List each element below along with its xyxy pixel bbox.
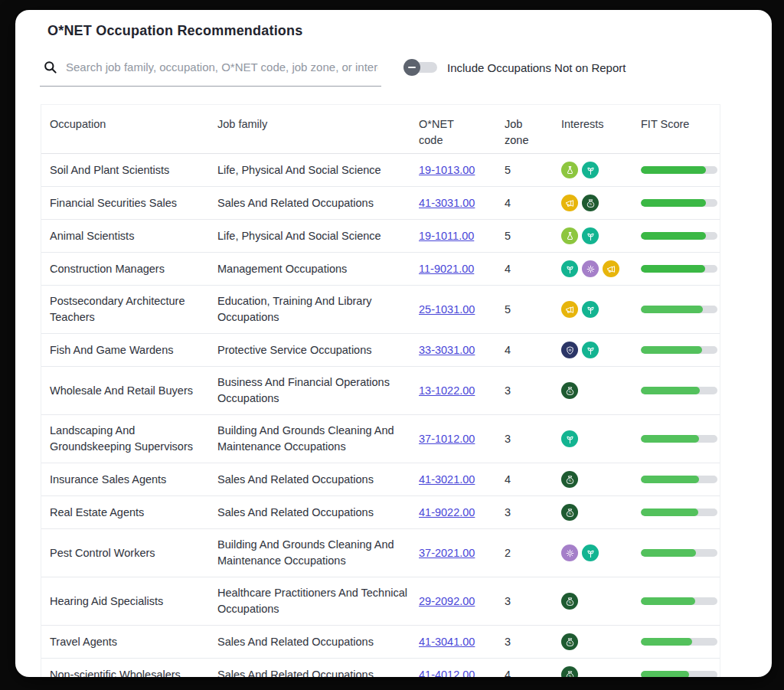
interest-badges: %: [561, 633, 630, 650]
table-row: Construction Managers Management Occupat…: [41, 253, 720, 286]
interest-badges: [561, 301, 630, 318]
toggle-knob-minus-icon: [403, 59, 420, 76]
nature-plant-icon: [582, 162, 599, 178]
table-row: Pest Control Workers Building And Ground…: [41, 529, 720, 577]
interest-badges: %: [561, 593, 630, 610]
occupation-cell: Hearing Aid Specialists: [41, 586, 217, 617]
job-family-cell: Sales And Related Occupations: [217, 188, 419, 219]
job-zone-cell: 4: [505, 188, 561, 219]
fit-score-bar: [641, 306, 717, 313]
fit-score-cell: [641, 338, 721, 361]
job-family-cell: Sales And Related Occupations: [217, 497, 419, 528]
interest-badges: [561, 430, 630, 447]
interests-cell: [561, 537, 641, 569]
table-row: Landscaping And Groundskeeping Superviso…: [41, 415, 720, 463]
occupation-cell: Landscaping And Groundskeeping Superviso…: [41, 415, 217, 463]
search-icon: [43, 60, 57, 74]
toggle-label: Include Occupations Not on Report: [447, 61, 626, 74]
onet-code-link[interactable]: 41-3021.00: [419, 473, 475, 486]
fit-score-bar: [641, 671, 717, 677]
interests-cell: %: [561, 585, 641, 617]
fit-score-bar-fill: [641, 387, 700, 394]
onet-code-cell: 11-9021.00: [419, 253, 505, 285]
include-occupations-toggle[interactable]: [403, 59, 438, 76]
sales-money-bag-icon: %: [582, 195, 599, 211]
mechanical-gears-icon: [561, 544, 578, 561]
persuasion-megaphone-icon: [561, 301, 578, 318]
svg-text:%: %: [568, 390, 571, 394]
job-zone-cell: 3: [505, 497, 561, 528]
fit-score-cell: [641, 541, 721, 564]
job-family-cell: Protective Service Occupations: [217, 335, 419, 366]
onet-code-link[interactable]: 37-1012.00: [419, 433, 475, 445]
interests-cell: [561, 154, 641, 186]
table-row: Animal Scientists Life, Physical And Soc…: [41, 220, 720, 253]
fit-score-bar: [641, 232, 717, 240]
onet-code-cell: 37-1012.00: [419, 423, 505, 455]
onet-code-link[interactable]: 19-1011.00: [419, 230, 474, 242]
protective-shield-icon: [561, 342, 578, 358]
table-row: Wholesale And Retail Buyers Business And…: [41, 367, 720, 415]
onet-code-cell: 19-1011.00: [419, 221, 505, 252]
fit-score-cell: [641, 501, 721, 524]
onet-code-link[interactable]: 41-3031.00: [419, 197, 475, 209]
interest-badges: %: [561, 471, 630, 488]
fit-score-bar: [641, 265, 717, 273]
onet-code-link[interactable]: 41-4012.00: [419, 669, 475, 678]
fit-score-bar-fill: [641, 232, 706, 240]
table-row: Hearing Aid Specialists Healthcare Pract…: [41, 577, 720, 626]
job-zone-cell: 4: [505, 335, 561, 366]
column-header-fit-score: FIT Score: [641, 105, 721, 132]
job-family-cell: Life, Physical And Social Science: [217, 155, 419, 186]
occupation-cell: Wholesale And Retail Buyers: [41, 375, 217, 407]
sales-money-bag-icon: %: [561, 471, 578, 488]
occupation-cell: Soil And Plant Scientists: [41, 155, 217, 186]
sales-money-bag-icon: %: [561, 633, 578, 650]
onet-code-link[interactable]: 29-2092.00: [419, 595, 475, 607]
onet-code-cell: 33-3031.00: [419, 335, 505, 366]
table-row: Insurance Sales Agents Sales And Related…: [41, 463, 720, 496]
onet-code-link[interactable]: 33-3031.00: [419, 344, 475, 356]
interests-cell: %: [561, 659, 641, 677]
onet-code-link[interactable]: 25-1031.00: [419, 303, 475, 316]
onet-code-link[interactable]: 19-1013.00: [419, 164, 475, 176]
interests-cell: [561, 293, 641, 325]
fit-score-cell: [641, 468, 721, 491]
fit-score-cell: [641, 257, 721, 280]
onet-code-link[interactable]: 37-2021.00: [419, 547, 475, 559]
fit-score-bar: [641, 638, 717, 646]
svg-text:%: %: [589, 202, 592, 206]
table-row: Soil And Plant Scientists Life, Physical…: [41, 154, 720, 187]
onet-code-link[interactable]: 41-3041.00: [419, 636, 475, 648]
occupation-cell: Real Estate Agents: [41, 497, 217, 528]
svg-text:%: %: [568, 600, 571, 604]
job-zone-cell: 5: [505, 221, 561, 252]
onet-code-cell: 41-3031.00: [419, 188, 505, 219]
job-zone-cell: 4: [505, 253, 561, 285]
job-zone-cell: 3: [505, 375, 561, 407]
svg-text:%: %: [568, 512, 571, 515]
fit-score-bar-fill: [641, 638, 692, 646]
include-occupations-toggle-row: Include Occupations Not on Report: [403, 58, 626, 77]
fit-score-bar-fill: [641, 435, 699, 443]
fit-score-cell: [641, 630, 721, 653]
fit-score-bar-fill: [641, 346, 702, 354]
onet-code-link[interactable]: 13-1022.00: [419, 384, 475, 397]
job-zone-cell: 4: [505, 659, 561, 678]
table-row: Non-scientific Wholesalers Sales And Rel…: [41, 659, 720, 677]
fit-score-cell: [641, 663, 721, 677]
column-header-job-zone: Job zone: [505, 105, 561, 149]
table-row: Travel Agents Sales And Related Occupati…: [41, 626, 720, 659]
fit-score-cell: [641, 298, 721, 321]
fit-score-bar: [641, 166, 717, 174]
interest-badges: [561, 227, 630, 244]
interests-cell: %: [561, 374, 641, 407]
job-family-cell: Building And Grounds Cleaning And Mainte…: [217, 415, 419, 463]
column-header-occupation: Occupation: [41, 105, 217, 132]
onet-code-link[interactable]: 41-9022.00: [419, 506, 475, 518]
nature-plant-icon: [582, 227, 599, 244]
job-family-cell: Business And Financial Operations Occupa…: [217, 367, 419, 414]
search-input[interactable]: [66, 60, 378, 74]
fit-score-bar-fill: [641, 306, 703, 313]
onet-code-link[interactable]: 11-9021.00: [419, 263, 474, 275]
